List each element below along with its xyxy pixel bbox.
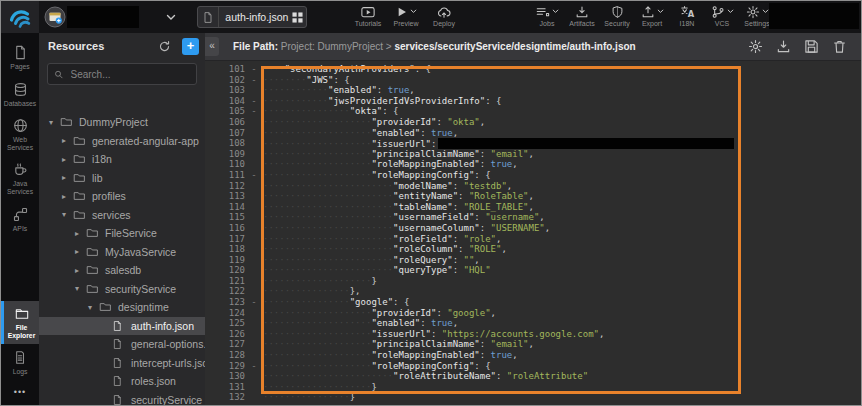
code-line-117[interactable]: 117························"roleField": …: [205, 234, 861, 245]
app-logo[interactable]: [1, 1, 39, 33]
code-line-123[interactable]: 123-················"google": {: [205, 297, 861, 308]
tree-file-roles-json[interactable]: roles.json: [39, 372, 205, 391]
tree-file-intercept-urls-json[interactable]: intercept-urls.json: [39, 354, 205, 373]
fold-marker[interactable]: -: [245, 106, 263, 117]
expand-arrow-icon[interactable]: ▸: [62, 192, 73, 201]
download-file-icon[interactable]: [776, 39, 791, 54]
expand-arrow-icon[interactable]: ▸: [75, 266, 86, 275]
code-line-128[interactable]: 128····················"roleMappingEnabl…: [205, 350, 861, 361]
expand-arrow-icon[interactable]: ▸: [62, 155, 73, 164]
folder-icon: [99, 301, 113, 314]
code-line-101[interactable]: 101-····"secondaryAuthProviders": {: [205, 64, 861, 75]
expand-arrow-icon[interactable]: ▸: [62, 136, 73, 145]
code-line-105[interactable]: 105-················"okta": {: [205, 106, 861, 117]
code-line-104[interactable]: 104-············"jwsProviderIdVsProvider…: [205, 96, 861, 107]
fold-marker[interactable]: -: [245, 96, 263, 107]
tree-folder-i18n[interactable]: ▸i18n: [39, 150, 205, 169]
code-line-127[interactable]: 127····················"principalClaimNa…: [205, 339, 861, 350]
tree-folder-salesdb[interactable]: ▸salesdb: [39, 261, 205, 280]
code-line-102[interactable]: 102-········"JWS": {: [205, 75, 861, 86]
code-line-124[interactable]: 124····················"providerId": "go…: [205, 308, 861, 319]
expand-arrow-icon[interactable]: ▸: [75, 247, 86, 256]
code-line-112[interactable]: 112························"modelName": …: [205, 181, 861, 192]
code-line-106[interactable]: 106····················"providerId": "ok…: [205, 117, 861, 128]
tree-folder-lib[interactable]: ▸lib: [39, 169, 205, 188]
sidebar-item-pages[interactable]: Pages: [1, 39, 39, 76]
code-line-126[interactable]: 126····················"issuerUrl": "htt…: [205, 329, 861, 340]
code-line-108[interactable]: 108····················"issuerUrl":: [205, 138, 861, 149]
add-resource-button[interactable]: +: [182, 38, 199, 55]
search-input[interactable]: [69, 68, 191, 81]
sidebar-item-file-explorer[interactable]: File Explorer: [1, 301, 39, 344]
code-editor[interactable]: 101-····"secondaryAuthProviders": {102-·…: [205, 61, 861, 405]
expand-arrow-icon[interactable]: ▸: [62, 173, 73, 182]
sidebar-item-logs[interactable]: Logs: [1, 344, 39, 381]
code-line-131[interactable]: 131····················}: [205, 382, 861, 393]
tree-file-auth-info-json[interactable]: auth-info.json: [39, 317, 205, 336]
sidebar-item-web-services[interactable]: Web Services: [1, 112, 39, 156]
fold-marker[interactable]: -: [245, 361, 263, 372]
sidebar-more-button[interactable]: •••: [1, 381, 39, 403]
fold-marker[interactable]: -: [245, 297, 263, 308]
project-avatar[interactable]: [44, 6, 66, 28]
code-line-130[interactable]: 130························"roleAttribut…: [205, 371, 861, 382]
code-line-113[interactable]: 113························"entityName":…: [205, 191, 861, 202]
delete-file-trash-icon[interactable]: [832, 39, 847, 54]
code-line-107[interactable]: 107····················"enabled": true,: [205, 128, 861, 139]
sidebar-item-java-services[interactable]: Java Services: [1, 156, 39, 200]
collapse-arrow-icon[interactable]: ▾: [49, 118, 60, 127]
code-line-103[interactable]: 103············"enabled": true,: [205, 85, 861, 96]
code-line-125[interactable]: 125····················"enabled": true,: [205, 318, 861, 329]
tree-folder-profiles[interactable]: ▸profiles: [39, 187, 205, 206]
fold-marker[interactable]: -: [245, 64, 263, 75]
project-chevron-down-icon[interactable]: [166, 14, 176, 21]
tree-folder-securityservice[interactable]: ▾securityService: [39, 280, 205, 299]
tree-file-securityservice-api-json[interactable]: securityService_API.json: [39, 391, 205, 406]
code-line-119[interactable]: 119························"roleQuery": …: [205, 255, 861, 266]
code-line-121[interactable]: 121····················}: [205, 276, 861, 287]
sidebar-item-databases[interactable]: Databases: [1, 76, 39, 113]
tree-folder-fileservice[interactable]: ▸FileService: [39, 224, 205, 243]
tree-folder-generated-angular-app[interactable]: ▸generated-angular-app: [39, 132, 205, 151]
code-line-111[interactable]: 111-····················"roleMappingConf…: [205, 170, 861, 181]
toolbar-item-vcs[interactable]: VCS: [707, 4, 737, 28]
toolbar-item-deploy[interactable]: Deploy: [429, 4, 459, 28]
toolbar-item-export[interactable]: Export: [637, 4, 667, 28]
code-line-110[interactable]: 110····················"roleMappingEnabl…: [205, 159, 861, 170]
open-file-tab[interactable]: auth-info.json: [197, 6, 307, 28]
collapse-arrow-icon[interactable]: ▾: [88, 303, 99, 312]
resources-search[interactable]: [47, 63, 197, 85]
toolbar-item-i18n[interactable]: AI18N: [672, 4, 702, 28]
toolbar-item-preview[interactable]: Preview: [391, 4, 421, 28]
tree-folder-myjavaservice[interactable]: ▸MyJavaService: [39, 243, 205, 262]
toolbar-item-jobs[interactable]: Jobs: [532, 4, 562, 28]
fold-marker[interactable]: -: [245, 75, 263, 86]
code-line-116[interactable]: 116························"usernameColu…: [205, 223, 861, 234]
code-line-114[interactable]: 114························"tableName": …: [205, 202, 861, 213]
toolbar-item-security[interactable]: Security: [602, 4, 632, 28]
code-line-109[interactable]: 109····················"principalClaimNa…: [205, 149, 861, 160]
tree-folder-designtime[interactable]: ▾designtime: [39, 298, 205, 317]
code-line-122[interactable]: 122················},: [205, 286, 861, 297]
toolbar-item-tutorials[interactable]: Tutorials: [353, 4, 383, 28]
refresh-icon[interactable]: [158, 40, 174, 53]
collapse-arrow-icon[interactable]: ▾: [75, 284, 86, 293]
expand-arrow-icon[interactable]: ▸: [75, 229, 86, 238]
tree-folder-dummyproject[interactable]: ▾DummyProject: [39, 113, 205, 132]
code-line-132[interactable]: 132················}: [205, 392, 861, 403]
editor-settings-gear-icon[interactable]: [748, 39, 763, 54]
toolbar-item-artifacts[interactable]: Artifacts: [567, 4, 597, 28]
sidebar-item-apis[interactable]: APIs: [1, 201, 39, 238]
split-grid-icon[interactable]: [288, 12, 306, 23]
code-line-120[interactable]: 120························"queryType": …: [205, 265, 861, 276]
code-line-118[interactable]: 118························"roleColumn":…: [205, 244, 861, 255]
save-file-icon[interactable]: [804, 39, 819, 54]
code-line-115[interactable]: 115························"usernameFiel…: [205, 212, 861, 223]
toolbar-item-settings[interactable]: Settings: [742, 4, 772, 28]
collapse-panel-button[interactable]: «: [205, 37, 219, 56]
fold-marker[interactable]: -: [245, 170, 263, 181]
tree-file-general-options-json[interactable]: general-options.json: [39, 335, 205, 354]
collapse-arrow-icon[interactable]: ▾: [62, 210, 73, 219]
code-line-129[interactable]: 129-····················"roleMappingConf…: [205, 361, 861, 372]
tree-folder-services[interactable]: ▾services: [39, 206, 205, 225]
